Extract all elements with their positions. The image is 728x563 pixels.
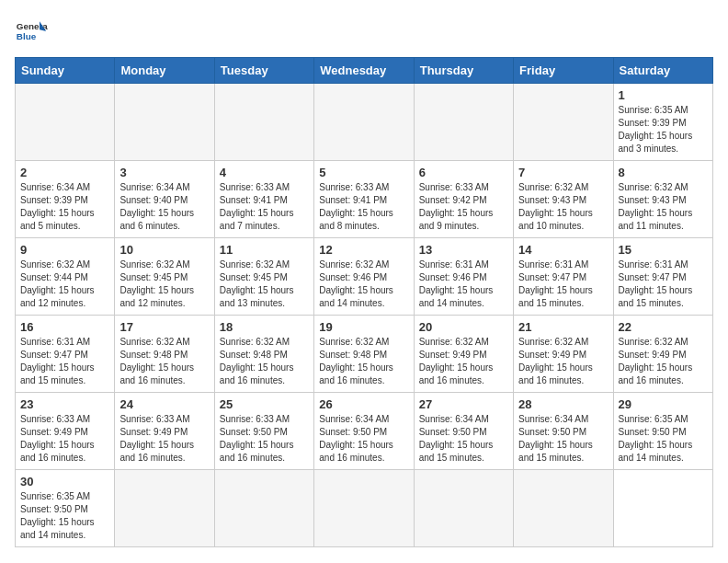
day-info: Sunrise: 6:33 AMSunset: 9:50 PMDaylight:…: [220, 414, 294, 463]
calendar-empty-cell: [514, 470, 613, 547]
day-number: 8: [619, 166, 708, 179]
calendar-week-row: 16 Sunrise: 6:31 AMSunset: 9:47 PMDaylig…: [16, 316, 713, 393]
day-info: Sunrise: 6:32 AMSunset: 9:49 PMDaylight:…: [518, 337, 593, 385]
day-info: Sunrise: 6:32 AMSunset: 9:45 PMDaylight:…: [119, 259, 194, 308]
calendar-empty-cell: [16, 84, 115, 161]
day-info: Sunrise: 6:31 AMSunset: 9:47 PMDaylight:…: [619, 259, 693, 308]
calendar-day-4: 4 Sunrise: 6:33 AMSunset: 9:41 PMDayligh…: [214, 161, 313, 238]
day-number: 28: [518, 397, 608, 411]
calendar-day-26: 26 Sunrise: 6:34 AMSunset: 9:50 PMDaylig…: [314, 393, 414, 470]
day-number: 17: [119, 320, 209, 334]
weekday-header-row: SundayMondayTuesdayWednesdayThursdayFrid…: [16, 58, 713, 84]
day-info: Sunrise: 6:33 AMSunset: 9:42 PMDaylight:…: [419, 182, 494, 231]
day-info: Sunrise: 6:34 AMSunset: 9:50 PMDaylight:…: [419, 414, 494, 463]
day-info: Sunrise: 6:32 AMSunset: 9:48 PMDaylight:…: [119, 337, 194, 385]
calendar-empty-cell: [214, 470, 313, 547]
day-info: Sunrise: 6:35 AMSunset: 9:50 PMDaylight:…: [20, 491, 95, 540]
calendar-week-row: 2 Sunrise: 6:34 AMSunset: 9:39 PMDayligh…: [16, 161, 713, 238]
day-number: 16: [20, 320, 109, 334]
day-number: 1: [619, 88, 708, 102]
calendar-day-5: 5 Sunrise: 6:33 AMSunset: 9:41 PMDayligh…: [314, 161, 414, 238]
calendar-day-21: 21 Sunrise: 6:32 AMSunset: 9:49 PMDaylig…: [514, 316, 613, 393]
day-number: 10: [119, 243, 209, 257]
day-info: Sunrise: 6:32 AMSunset: 9:49 PMDaylight:…: [619, 337, 693, 385]
day-info: Sunrise: 6:31 AMSunset: 9:47 PMDaylight:…: [20, 337, 95, 385]
calendar-empty-cell: [414, 84, 513, 161]
calendar-week-row: 23 Sunrise: 6:33 AMSunset: 9:49 PMDaylig…: [16, 393, 713, 470]
day-number: 30: [20, 475, 109, 488]
day-info: Sunrise: 6:32 AMSunset: 9:43 PMDaylight:…: [518, 182, 593, 231]
calendar-day-30: 30 Sunrise: 6:35 AMSunset: 9:50 PMDaylig…: [16, 470, 115, 547]
day-info: Sunrise: 6:34 AMSunset: 9:39 PMDaylight:…: [20, 182, 95, 231]
calendar-day-14: 14 Sunrise: 6:31 AMSunset: 9:47 PMDaylig…: [514, 238, 613, 316]
calendar-day-10: 10 Sunrise: 6:32 AMSunset: 9:45 PMDaylig…: [115, 238, 214, 316]
calendar-day-2: 2 Sunrise: 6:34 AMSunset: 9:39 PMDayligh…: [16, 161, 115, 238]
day-number: 29: [619, 397, 708, 411]
calendar-day-17: 17 Sunrise: 6:32 AMSunset: 9:48 PMDaylig…: [115, 316, 214, 393]
day-info: Sunrise: 6:34 AMSunset: 9:50 PMDaylight:…: [319, 414, 393, 463]
day-number: 25: [220, 397, 309, 411]
day-number: 4: [220, 166, 309, 179]
day-info: Sunrise: 6:34 AMSunset: 9:40 PMDaylight:…: [119, 182, 194, 231]
weekday-header-wednesday: Wednesday: [314, 58, 414, 84]
logo: General Blue: [15, 15, 48, 48]
day-number: 23: [20, 397, 109, 411]
calendar-day-19: 19 Sunrise: 6:32 AMSunset: 9:48 PMDaylig…: [314, 316, 414, 393]
day-info: Sunrise: 6:32 AMSunset: 9:48 PMDaylight:…: [319, 337, 393, 385]
calendar-day-9: 9 Sunrise: 6:32 AMSunset: 9:44 PMDayligh…: [16, 238, 115, 316]
calendar-empty-cell: [115, 470, 214, 547]
weekday-header-friday: Friday: [514, 58, 613, 84]
calendar-day-24: 24 Sunrise: 6:33 AMSunset: 9:49 PMDaylig…: [115, 393, 214, 470]
calendar-day-27: 27 Sunrise: 6:34 AMSunset: 9:50 PMDaylig…: [414, 393, 513, 470]
day-number: 22: [619, 320, 708, 334]
calendar-day-7: 7 Sunrise: 6:32 AMSunset: 9:43 PMDayligh…: [514, 161, 613, 238]
day-number: 9: [20, 243, 109, 257]
day-info: Sunrise: 6:33 AMSunset: 9:49 PMDaylight:…: [20, 414, 95, 463]
calendar-day-22: 22 Sunrise: 6:32 AMSunset: 9:49 PMDaylig…: [613, 316, 712, 393]
day-info: Sunrise: 6:32 AMSunset: 9:48 PMDaylight:…: [220, 337, 294, 385]
day-info: Sunrise: 6:35 AMSunset: 9:50 PMDaylight:…: [619, 414, 693, 463]
header: General Blue: [15, 15, 713, 48]
calendar-empty-cell: [414, 470, 513, 547]
calendar-day-13: 13 Sunrise: 6:31 AMSunset: 9:46 PMDaylig…: [414, 238, 513, 316]
day-info: Sunrise: 6:32 AMSunset: 9:45 PMDaylight:…: [220, 259, 294, 308]
day-number: 26: [319, 397, 408, 411]
calendar-day-11: 11 Sunrise: 6:32 AMSunset: 9:45 PMDaylig…: [214, 238, 313, 316]
calendar-empty-cell: [514, 84, 613, 161]
weekday-header-monday: Monday: [115, 58, 214, 84]
calendar-empty-cell: [115, 84, 214, 161]
calendar-empty-cell: [314, 470, 414, 547]
day-number: 15: [619, 243, 708, 257]
day-number: 24: [119, 397, 209, 411]
day-number: 3: [119, 166, 209, 179]
weekday-header-tuesday: Tuesday: [214, 58, 313, 84]
day-number: 6: [419, 166, 508, 179]
day-number: 27: [419, 397, 508, 411]
calendar-empty-cell: [214, 84, 313, 161]
calendar-day-1: 1 Sunrise: 6:35 AMSunset: 9:39 PMDayligh…: [613, 84, 712, 161]
calendar-table: SundayMondayTuesdayWednesdayThursdayFrid…: [15, 57, 713, 547]
calendar-week-row: 30 Sunrise: 6:35 AMSunset: 9:50 PMDaylig…: [16, 470, 713, 547]
day-info: Sunrise: 6:33 AMSunset: 9:41 PMDaylight:…: [220, 182, 294, 231]
calendar-day-18: 18 Sunrise: 6:32 AMSunset: 9:48 PMDaylig…: [214, 316, 313, 393]
calendar-day-23: 23 Sunrise: 6:33 AMSunset: 9:49 PMDaylig…: [16, 393, 115, 470]
day-info: Sunrise: 6:34 AMSunset: 9:50 PMDaylight:…: [518, 414, 593, 463]
day-number: 14: [518, 243, 608, 257]
day-info: Sunrise: 6:33 AMSunset: 9:49 PMDaylight:…: [119, 414, 194, 463]
calendar-day-20: 20 Sunrise: 6:32 AMSunset: 9:49 PMDaylig…: [414, 316, 513, 393]
calendar-day-6: 6 Sunrise: 6:33 AMSunset: 9:42 PMDayligh…: [414, 161, 513, 238]
day-info: Sunrise: 6:32 AMSunset: 9:43 PMDaylight:…: [619, 182, 693, 231]
calendar-day-12: 12 Sunrise: 6:32 AMSunset: 9:46 PMDaylig…: [314, 238, 414, 316]
calendar-day-16: 16 Sunrise: 6:31 AMSunset: 9:47 PMDaylig…: [16, 316, 115, 393]
day-number: 20: [419, 320, 508, 334]
day-number: 18: [220, 320, 309, 334]
day-info: Sunrise: 6:32 AMSunset: 9:49 PMDaylight:…: [419, 337, 494, 385]
day-info: Sunrise: 6:33 AMSunset: 9:41 PMDaylight:…: [319, 182, 393, 231]
day-number: 21: [518, 320, 608, 334]
weekday-header-saturday: Saturday: [613, 58, 712, 84]
calendar-day-3: 3 Sunrise: 6:34 AMSunset: 9:40 PMDayligh…: [115, 161, 214, 238]
calendar-day-29: 29 Sunrise: 6:35 AMSunset: 9:50 PMDaylig…: [613, 393, 712, 470]
day-number: 5: [319, 166, 408, 179]
day-number: 7: [518, 166, 608, 179]
day-number: 12: [319, 243, 408, 257]
